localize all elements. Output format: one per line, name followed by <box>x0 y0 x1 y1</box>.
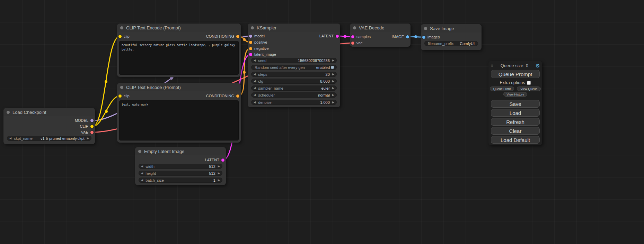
increment-icon[interactable]: ▶ <box>332 73 334 76</box>
slot-label: LATENT <box>319 34 334 38</box>
widget-width[interactable]: ◀ width 512 ▶ <box>139 164 222 169</box>
widget-scheduler[interactable]: ◀ scheduler normal ▶ <box>251 92 337 98</box>
input-port-latent-image[interactable] <box>249 53 252 56</box>
view-history-button[interactable]: View History <box>503 92 528 97</box>
collapse-dot-icon[interactable] <box>120 86 123 89</box>
input-slot-clip: clip <box>118 34 130 39</box>
node-ksampler[interactable]: KSampler model LATENT positive negative … <box>248 24 340 107</box>
decrement-icon[interactable]: ◀ <box>141 172 143 175</box>
refresh-button[interactable]: Refresh <box>491 118 540 126</box>
collapse-dot-icon[interactable] <box>353 26 356 29</box>
input-port-images[interactable] <box>422 36 425 39</box>
decrement-icon[interactable]: ◀ <box>9 137 11 140</box>
decrement-icon[interactable]: ◀ <box>254 101 256 104</box>
save-button[interactable]: Save <box>491 100 540 108</box>
slot-label: model <box>254 34 265 38</box>
slot-label: clip <box>124 34 130 38</box>
input-port-vae[interactable] <box>351 42 354 45</box>
prompt-textarea[interactable]: text, watermark <box>119 100 239 141</box>
increment-icon[interactable]: ▶ <box>332 87 334 90</box>
node-titlebar[interactable]: Save Image <box>421 24 482 33</box>
widget-ckpt-name[interactable]: ◀ ckpt_name v1-5-pruned-emaonly.ckpt ▶ <box>7 136 91 141</box>
collapse-dot-icon[interactable] <box>7 111 10 114</box>
widget-random-seed-toggle[interactable]: Random seed after every gen enabled <box>251 65 337 70</box>
node-title: Save Image <box>430 26 454 31</box>
graph-canvas[interactable]: Load Checkpoint MODEL CLIP VAE ◀ ckpt_na… <box>0 0 644 244</box>
increment-icon[interactable]: ▶ <box>332 80 334 83</box>
input-port-negative[interactable] <box>249 47 252 50</box>
node-titlebar[interactable]: Load Checkpoint <box>3 108 95 116</box>
input-port-clip[interactable] <box>118 35 122 38</box>
view-queue-button[interactable]: View Queue <box>517 87 541 91</box>
output-port-latent[interactable] <box>221 159 224 162</box>
widget-denoise[interactable]: ◀ denoise 1.000 ▶ <box>251 100 337 105</box>
node-clip-text-encode-positive[interactable]: CLIP Text Encode (Prompt) clip CONDITION… <box>117 24 241 77</box>
collapse-dot-icon[interactable] <box>251 26 254 29</box>
increment-icon[interactable]: ▶ <box>218 172 220 175</box>
node-save-image[interactable]: Save Image images filename_prefix ComfyU… <box>421 24 482 50</box>
extra-options-checkbox[interactable] <box>527 81 531 85</box>
queue-front-button[interactable]: Queue Front <box>490 87 514 91</box>
decrement-icon[interactable]: ◀ <box>254 59 256 62</box>
decrement-icon[interactable]: ◀ <box>141 179 143 182</box>
node-titlebar[interactable]: CLIP Text Encode (Prompt) <box>117 24 241 32</box>
decrement-icon[interactable]: ◀ <box>254 80 256 83</box>
widget-batch-size[interactable]: ◀ batch_size 1 ▶ <box>139 178 222 183</box>
decrement-icon[interactable]: ◀ <box>254 73 256 76</box>
settings-gear-icon[interactable]: ⚙ <box>536 63 540 68</box>
node-title: KSampler <box>257 25 276 30</box>
slot-label: IMAGE <box>392 35 404 39</box>
input-port-positive[interactable] <box>249 41 252 44</box>
node-empty-latent-image[interactable]: Empty Latent Image LATENT ◀ width 512 ▶ … <box>135 147 226 185</box>
node-titlebar[interactable]: KSampler <box>248 24 340 32</box>
input-port-samples[interactable] <box>351 35 354 38</box>
output-port-conditioning[interactable] <box>236 94 239 98</box>
decrement-icon[interactable]: ◀ <box>254 94 256 97</box>
output-port-model[interactable] <box>90 119 94 122</box>
output-port-conditioning[interactable] <box>236 35 239 38</box>
increment-icon[interactable]: ▶ <box>332 101 334 104</box>
widget-cfg[interactable]: ◀ cfg 8.000 ▶ <box>251 79 337 84</box>
widget-height[interactable]: ◀ height 512 ▶ <box>139 171 222 176</box>
widget-label: Random seed after every gen <box>255 65 316 70</box>
node-vae-decode[interactable]: VAE Decode samples IMAGE vae <box>350 24 411 47</box>
increment-icon[interactable]: ▶ <box>218 179 220 182</box>
drag-handle-icon[interactable]: ⠿ <box>491 63 493 68</box>
increment-icon[interactable]: ▶ <box>332 59 334 62</box>
node-title: VAE Decode <box>359 25 384 30</box>
node-titlebar[interactable]: VAE Decode <box>350 24 411 32</box>
load-default-button[interactable]: Load Default <box>491 136 540 144</box>
collapse-dot-icon[interactable] <box>424 27 427 30</box>
increment-icon[interactable]: ▶ <box>87 137 89 140</box>
node-clip-text-encode-negative[interactable]: CLIP Text Encode (Prompt) clip CONDITION… <box>117 83 241 143</box>
node-titlebar[interactable]: CLIP Text Encode (Prompt) <box>117 83 241 91</box>
increment-icon[interactable]: ▶ <box>332 94 334 97</box>
clear-button[interactable]: Clear <box>491 127 540 135</box>
load-button[interactable]: Load <box>491 109 540 117</box>
output-port-clip[interactable] <box>90 125 94 128</box>
widget-seed[interactable]: ◀ seed 156680208700286 ▶ <box>251 58 337 63</box>
input-port-clip[interactable] <box>118 94 122 98</box>
output-port-image[interactable] <box>406 35 409 38</box>
main-menu-panel: ⠿ Queue size: 0 ⚙ Queue Prompt Extra opt… <box>488 61 542 145</box>
decrement-icon[interactable]: ◀ <box>141 165 143 168</box>
decrement-icon[interactable]: ◀ <box>254 87 256 90</box>
input-port-model[interactable] <box>249 35 252 38</box>
output-port-vae[interactable] <box>90 131 94 134</box>
toggle-knob-icon[interactable] <box>331 66 334 69</box>
slot-label: clip <box>124 94 130 98</box>
prompt-textarea[interactable]: beautiful scenery nature glass bottle la… <box>119 41 239 75</box>
node-load-checkpoint[interactable]: Load Checkpoint MODEL CLIP VAE ◀ ckpt_na… <box>3 108 95 144</box>
widget-steps[interactable]: ◀ steps 20 ▶ <box>251 72 337 77</box>
node-titlebar[interactable]: Empty Latent Image <box>135 147 226 155</box>
widget-filename-prefix[interactable]: filename_prefix ComfyUI <box>424 41 478 46</box>
output-port-latent[interactable] <box>336 35 339 38</box>
widget-sampler-name[interactable]: ◀ sampler_name euler ▶ <box>251 85 337 91</box>
increment-icon[interactable]: ▶ <box>218 165 220 168</box>
wire-midpoint-image <box>414 35 417 38</box>
output-slot-clip: CLIP <box>80 124 94 129</box>
input-slot-positive: positive <box>249 39 267 45</box>
queue-prompt-button[interactable]: Queue Prompt <box>491 70 540 78</box>
collapse-dot-icon[interactable] <box>138 150 141 153</box>
collapse-dot-icon[interactable] <box>120 26 123 29</box>
